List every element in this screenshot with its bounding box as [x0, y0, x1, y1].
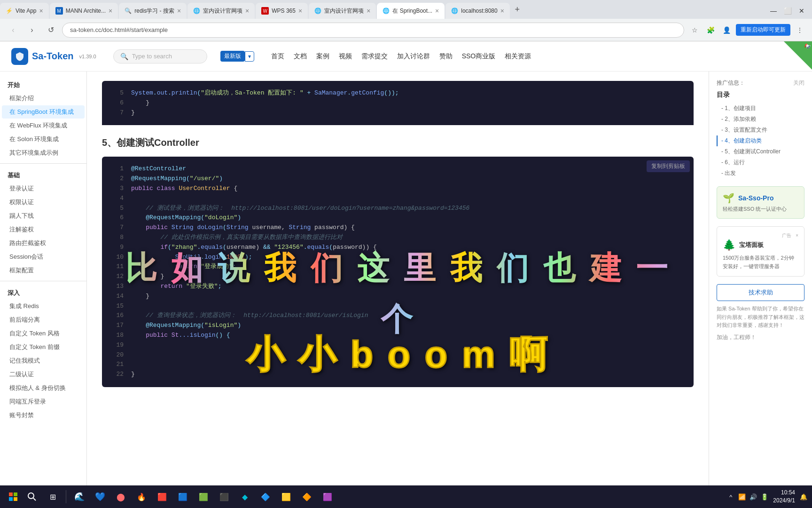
tab-close[interactable]: ×	[500, 7, 504, 15]
sidebar-item-config[interactable]: 框架配置	[2, 264, 85, 277]
address-bar: ‹ › ↺ sa-token.cc/doc.html#/start/exampl…	[0, 19, 812, 41]
nav-docs[interactable]: 文档	[294, 52, 307, 61]
new-tab-button[interactable]: +	[511, 3, 524, 16]
forward-button[interactable]: ›	[24, 23, 39, 38]
sidebar-item-kick[interactable]: 踢人下线	[2, 209, 85, 222]
sidebar-item-token-style[interactable]: 自定义 Token 风格	[2, 327, 85, 340]
sidebar-item-springboot[interactable]: 在 SpringBoot 环境集成	[2, 105, 85, 119]
copy-button[interactable]: 复制到剪贴板	[647, 160, 690, 172]
toc-item-3[interactable]: - 3、设置配置文件	[717, 125, 804, 135]
nav-feature-request[interactable]: 需求提交	[361, 52, 388, 61]
sidebar-item-frontend[interactable]: 前后端分离	[2, 313, 85, 326]
tab-close[interactable]: ×	[177, 7, 181, 15]
restart-button[interactable]: 重新启动即可更新	[736, 24, 790, 36]
tech-help-button[interactable]: 技术求助	[717, 284, 804, 301]
promo-close[interactable]: 关闭	[793, 79, 804, 87]
code-line-1: 1 @RestController	[109, 164, 686, 174]
battery-icon[interactable]: 🔋	[760, 492, 769, 501]
tab-interior1[interactable]: 🌐 室内设计官网项 ×	[187, 3, 255, 19]
taskbar-app12[interactable]: 🔶	[297, 487, 316, 506]
tab-localhost[interactable]: 🌐 localhost:8080 ×	[445, 3, 510, 19]
taskbar-search[interactable]	[23, 487, 41, 506]
nav-home[interactable]: 首页	[271, 52, 284, 61]
sidebar-item-route-auth[interactable]: 路由拦截鉴权	[2, 237, 85, 250]
taskbar-app9[interactable]: ◆	[235, 487, 254, 506]
network-icon[interactable]: 📶	[737, 492, 747, 501]
sidebar-item-session[interactable]: Session会话	[2, 250, 85, 263]
sidebar-item-impersonate[interactable]: 模拟他人 & 身份切换	[2, 381, 85, 395]
sidebar-item-webflux[interactable]: 在 WebFlux 环境集成	[2, 119, 85, 132]
nav-discuss[interactable]: 加入讨论群	[397, 52, 430, 61]
tab-close[interactable]: ×	[245, 7, 249, 15]
tab-vite[interactable]: ⚡ Vite App ×	[0, 3, 49, 19]
ad-close-button[interactable]: ×	[796, 233, 798, 238]
version-dropdown[interactable]: ▾	[245, 51, 254, 62]
taskbar-vscode[interactable]: 💙	[91, 487, 109, 506]
sidebar-item-second-auth[interactable]: 二级认证	[2, 368, 85, 381]
sidebar-item-solon[interactable]: 在 Solon 环境集成	[2, 133, 85, 146]
tab-close[interactable]: ×	[39, 7, 43, 15]
start-button[interactable]	[4, 487, 23, 506]
nav-video[interactable]: 视频	[339, 52, 352, 61]
nav-sponsor[interactable]: 赞助	[439, 52, 453, 61]
restore-button[interactable]: ⬜	[781, 4, 794, 17]
profile-icon[interactable]: 👤	[720, 24, 733, 37]
tab-redis[interactable]: 🔍 redis学习 - 搜索 ×	[119, 3, 187, 19]
taskbar-app10[interactable]: 🔷	[256, 487, 275, 506]
refresh-button[interactable]: ↺	[43, 23, 58, 38]
tab-close[interactable]: ×	[109, 7, 112, 15]
search-box[interactable]: 🔍 Type to search	[113, 49, 207, 64]
taskbar-app8[interactable]: ⬛	[215, 487, 234, 506]
tab-wps[interactable]: W WPS 365 ×	[256, 3, 308, 19]
sidebar-item-ban[interactable]: 账号封禁	[2, 409, 85, 422]
menu-icon[interactable]: ⋮	[793, 24, 806, 37]
code-line-6: 6 @RequestMapping("doLogin")	[109, 213, 686, 223]
tab-springboot[interactable]: 🌐 在 SpringBoot... ×	[377, 3, 445, 19]
sidebar-item-redis[interactable]: 集成 Redis	[2, 300, 85, 313]
nav-sso[interactable]: SSO商业版	[462, 52, 496, 61]
taskbar-app11[interactable]: 🟨	[277, 487, 296, 506]
minimize-button[interactable]: —	[767, 4, 780, 17]
tab-close[interactable]: ×	[435, 7, 439, 15]
toc-item-6[interactable]: - 6、运行	[717, 157, 804, 168]
tab-interior2[interactable]: 🌐 室内设计官网项 ×	[309, 3, 376, 19]
tab-mann[interactable]: M MANN Archite... ×	[50, 3, 118, 19]
notification-icon[interactable]: 🔔	[799, 492, 808, 501]
address-input[interactable]: sa-token.cc/doc.html#/start/example	[62, 23, 684, 38]
taskbar-app3[interactable]: ⬤	[111, 487, 130, 506]
taskbar-app13[interactable]: 🟪	[318, 487, 337, 506]
nav-cases[interactable]: 案例	[316, 52, 329, 61]
tray-icon-1[interactable]: ^	[726, 492, 735, 501]
extensions-icon[interactable]: 🧩	[704, 24, 717, 37]
taskbar-app6[interactable]: 🟦	[173, 487, 192, 506]
tab-close[interactable]: ×	[367, 7, 370, 15]
sidebar-item-login[interactable]: 登录认证	[2, 182, 85, 195]
sidebar-item-permission[interactable]: 权限认证	[2, 196, 85, 209]
toc-item-5[interactable]: - 5、创建测试Controller	[717, 146, 804, 157]
bookmark-icon[interactable]: ☆	[688, 24, 701, 37]
taskbar-edge[interactable]: 🌊	[70, 487, 89, 506]
taskbar-app4[interactable]: 🔥	[132, 487, 151, 506]
close-button[interactable]: ✕	[795, 4, 808, 17]
sidebar-item-mutex[interactable]: 同端互斥登录	[2, 395, 85, 408]
back-button[interactable]: ‹	[6, 23, 21, 38]
sidebar-item-remember[interactable]: 记住我模式	[2, 354, 85, 367]
taskbar-app7[interactable]: 🟩	[194, 487, 213, 506]
volume-icon[interactable]: 🔊	[749, 492, 758, 501]
nav-related[interactable]: 相关资源	[505, 52, 531, 61]
toc-item-2[interactable]: - 2、添加依赖	[717, 114, 804, 125]
toc-item-7[interactable]: - 出发	[717, 168, 804, 179]
sso-title[interactable]: Sa-Sso-Pro	[738, 194, 773, 202]
taskbar-app5[interactable]: 🟥	[153, 487, 172, 506]
toc-item-4[interactable]: - 4、创建启动类	[717, 135, 804, 146]
tab-close[interactable]: ×	[298, 7, 302, 15]
code-line-15: 15	[109, 302, 686, 311]
taskbar-taskview[interactable]: ⊞	[43, 487, 62, 506]
toc-item-1[interactable]: - 1、创建项目	[717, 103, 804, 114]
clock[interactable]: 10:54 2024/9/1	[773, 489, 795, 505]
sidebar-item-intro[interactable]: 框架介绍	[2, 92, 85, 105]
sidebar-item-token-prefix[interactable]: 自定义 Token 前缀	[2, 341, 85, 354]
version-selector[interactable]: 最新版 ▾	[220, 51, 254, 62]
sidebar-item-annotation[interactable]: 注解鉴权	[2, 223, 85, 236]
sidebar-item-other[interactable]: 其它环境集成示例	[2, 146, 85, 159]
